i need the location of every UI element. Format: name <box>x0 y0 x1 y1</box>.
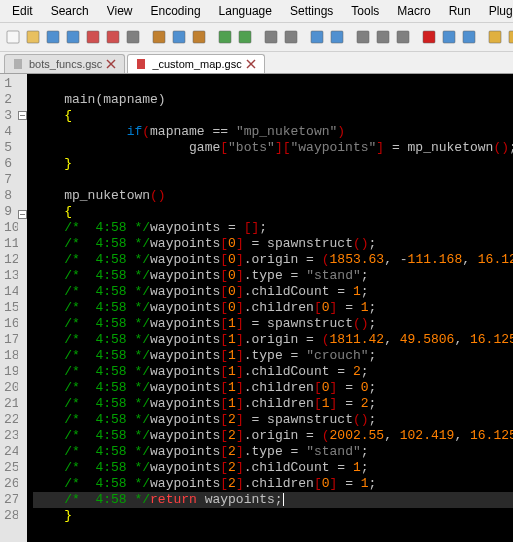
fold-cell[interactable] <box>18 402 27 418</box>
save-all-button[interactable] <box>64 26 82 48</box>
fold-cell[interactable] <box>18 482 27 498</box>
open-button[interactable] <box>24 26 42 48</box>
code-line[interactable]: /* 4:58 */waypoints[0].origin = (1853.63… <box>33 252 513 268</box>
tab[interactable]: _custom_map.gsc <box>127 54 264 73</box>
redo-button[interactable] <box>236 26 254 48</box>
close-button[interactable] <box>84 26 102 48</box>
fold-cell[interactable] <box>18 210 27 226</box>
code-line[interactable]: /* 4:58 */waypoints[0].type = "stand"; <box>33 268 513 284</box>
fold-gutter[interactable] <box>18 74 27 542</box>
fold-cell[interactable] <box>18 514 27 530</box>
t1-button[interactable] <box>486 26 504 48</box>
find-button[interactable] <box>262 26 280 48</box>
menu-tools[interactable]: Tools <box>343 2 387 20</box>
menu-plugins[interactable]: Plugins <box>481 2 513 20</box>
macro-multi-button[interactable] <box>460 26 478 48</box>
indent-guide-button[interactable] <box>394 26 412 48</box>
macro-record-button[interactable] <box>420 26 438 48</box>
macro-play-button[interactable] <box>440 26 458 48</box>
code-line[interactable]: /* 4:58 */waypoints[1].type = "crouch"; <box>33 348 513 364</box>
code-line[interactable]: /* 4:58 */waypoints[2].origin = (2002.55… <box>33 428 513 444</box>
code-editor[interactable]: 1234567891011121314151617181920212223242… <box>0 74 513 542</box>
fold-cell[interactable] <box>18 159 27 175</box>
fold-cell[interactable] <box>18 191 27 207</box>
fold-cell[interactable] <box>18 466 27 482</box>
fold-cell[interactable] <box>18 434 27 450</box>
new-button[interactable] <box>4 26 22 48</box>
code-line[interactable]: /* 4:58 */waypoints[1].origin = (1811.42… <box>33 332 513 348</box>
copy-button[interactable] <box>170 26 188 48</box>
paste-button[interactable] <box>190 26 208 48</box>
t2-button[interactable] <box>506 26 513 48</box>
fold-cell[interactable] <box>18 370 27 386</box>
code-line[interactable]: /* 4:58 */waypoints[0] = spawnstruct(); <box>33 236 513 252</box>
fold-cell[interactable] <box>18 111 27 127</box>
fold-cell[interactable] <box>18 127 27 143</box>
fold-cell[interactable] <box>18 143 27 159</box>
code-line[interactable] <box>33 76 513 92</box>
fold-cell[interactable] <box>18 450 27 466</box>
code-line[interactable]: } <box>33 508 513 524</box>
code-line[interactable]: { <box>33 108 513 124</box>
code-line[interactable] <box>33 172 513 188</box>
code-line[interactable]: /* 4:58 */waypoints[1].children[1] = 2; <box>33 396 513 412</box>
code-line[interactable]: mp_nuketown() <box>33 188 513 204</box>
fold-cell[interactable] <box>18 76 27 92</box>
code-line[interactable]: /* 4:58 */waypoints[2].childCount = 1; <box>33 460 513 476</box>
zoom-out-button[interactable] <box>328 26 346 48</box>
fold-cell[interactable] <box>18 92 27 108</box>
menu-settings[interactable]: Settings <box>282 2 341 20</box>
fold-cell[interactable] <box>18 242 27 258</box>
menu-encoding[interactable]: Encoding <box>143 2 209 20</box>
undo-button[interactable] <box>216 26 234 48</box>
code-line[interactable]: /* 4:58 */waypoints[0].children[0] = 1; <box>33 300 513 316</box>
code-line[interactable]: /* 4:58 */waypoints[2].type = "stand"; <box>33 444 513 460</box>
cut-button[interactable] <box>150 26 168 48</box>
menu-language[interactable]: Language <box>211 2 280 20</box>
code-line[interactable]: if(mapname == "mp_nuketown") <box>33 124 513 140</box>
code-line[interactable]: /* 4:58 */return waypoints; <box>33 492 513 508</box>
code-line[interactable]: /* 4:58 */waypoints[1].childCount = 2; <box>33 364 513 380</box>
menu-run[interactable]: Run <box>441 2 479 20</box>
fold-cell[interactable] <box>18 338 27 354</box>
fold-toggle[interactable] <box>18 111 27 120</box>
menu-view[interactable]: View <box>99 2 141 20</box>
word-wrap-button[interactable] <box>354 26 372 48</box>
fold-cell[interactable] <box>18 175 27 191</box>
close-icon[interactable] <box>246 59 256 69</box>
save-button[interactable] <box>44 26 62 48</box>
code-line[interactable]: /* 4:58 */waypoints[1] = spawnstruct(); <box>33 316 513 332</box>
zoom-in-button[interactable] <box>308 26 326 48</box>
fold-cell[interactable] <box>18 274 27 290</box>
close-all-button[interactable] <box>104 26 122 48</box>
fold-cell[interactable] <box>18 418 27 434</box>
fold-cell[interactable] <box>18 386 27 402</box>
fold-cell[interactable] <box>18 290 27 306</box>
print-button[interactable] <box>124 26 142 48</box>
close-icon[interactable] <box>106 59 116 69</box>
fold-cell[interactable] <box>18 322 27 338</box>
code-line[interactable]: /* 4:58 */waypoints = []; <box>33 220 513 236</box>
code-line[interactable]: } <box>33 156 513 172</box>
code-line[interactable]: game["bots"]["waypoints"] = mp_nuketown(… <box>33 140 513 156</box>
code-line[interactable]: /* 4:58 */waypoints[0].childCount = 1; <box>33 284 513 300</box>
menu-macro[interactable]: Macro <box>389 2 438 20</box>
tab[interactable]: bots_funcs.gsc <box>4 54 125 73</box>
code-line[interactable]: /* 4:58 */waypoints[2].children[0] = 1; <box>33 476 513 492</box>
show-all-button[interactable] <box>374 26 392 48</box>
code-area[interactable]: main(mapname) { if(mapname == "mp_nuketo… <box>27 74 513 542</box>
fold-cell[interactable] <box>18 498 27 514</box>
fold-cell[interactable] <box>18 306 27 322</box>
menu-edit[interactable]: Edit <box>4 2 41 20</box>
line-number: 2 <box>4 92 12 108</box>
code-line[interactable]: main(mapname) <box>33 92 513 108</box>
code-line[interactable]: /* 4:58 */waypoints[1].children[0] = 0; <box>33 380 513 396</box>
fold-cell[interactable] <box>18 258 27 274</box>
code-line[interactable]: { <box>33 204 513 220</box>
fold-cell[interactable] <box>18 354 27 370</box>
fold-cell[interactable] <box>18 226 27 242</box>
menu-search[interactable]: Search <box>43 2 97 20</box>
fold-toggle[interactable] <box>18 210 27 219</box>
replace-button[interactable] <box>282 26 300 48</box>
code-line[interactable]: /* 4:58 */waypoints[2] = spawnstruct(); <box>33 412 513 428</box>
